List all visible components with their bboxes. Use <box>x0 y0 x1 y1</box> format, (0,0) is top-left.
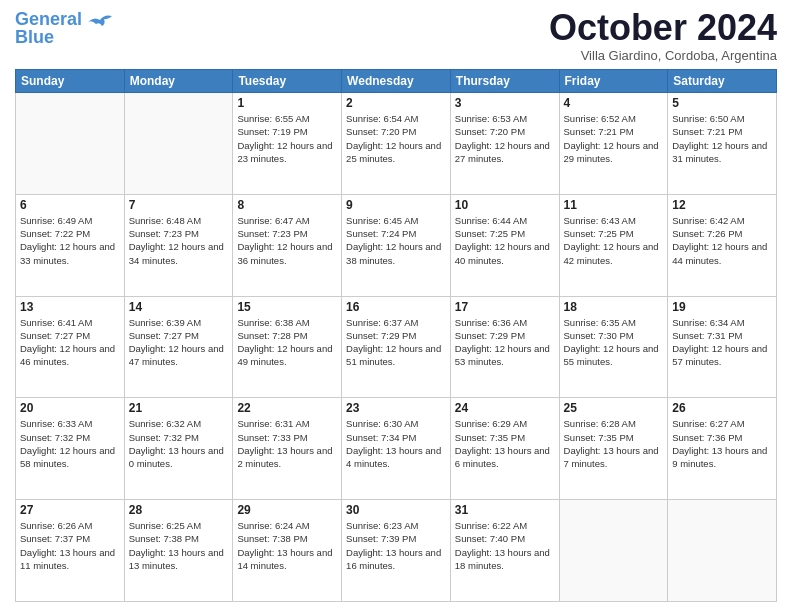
table-row: 19Sunrise: 6:34 AM Sunset: 7:31 PM Dayli… <box>668 296 777 398</box>
day-number: 27 <box>20 503 120 517</box>
day-number: 2 <box>346 96 446 110</box>
table-row: 22Sunrise: 6:31 AM Sunset: 7:33 PM Dayli… <box>233 398 342 500</box>
day-info: Sunrise: 6:23 AM Sunset: 7:39 PM Dayligh… <box>346 519 446 572</box>
col-saturday: Saturday <box>668 70 777 93</box>
table-row: 21Sunrise: 6:32 AM Sunset: 7:32 PM Dayli… <box>124 398 233 500</box>
day-info: Sunrise: 6:48 AM Sunset: 7:23 PM Dayligh… <box>129 214 229 267</box>
day-number: 17 <box>455 300 555 314</box>
logo: GeneralBlue <box>15 10 116 46</box>
table-row: 12Sunrise: 6:42 AM Sunset: 7:26 PM Dayli… <box>668 194 777 296</box>
day-number: 4 <box>564 96 664 110</box>
day-number: 23 <box>346 401 446 415</box>
day-info: Sunrise: 6:31 AM Sunset: 7:33 PM Dayligh… <box>237 417 337 470</box>
day-number: 12 <box>672 198 772 212</box>
table-row <box>16 93 125 195</box>
day-info: Sunrise: 6:33 AM Sunset: 7:32 PM Dayligh… <box>20 417 120 470</box>
day-number: 13 <box>20 300 120 314</box>
day-info: Sunrise: 6:53 AM Sunset: 7:20 PM Dayligh… <box>455 112 555 165</box>
day-number: 20 <box>20 401 120 415</box>
day-number: 28 <box>129 503 229 517</box>
table-row: 10Sunrise: 6:44 AM Sunset: 7:25 PM Dayli… <box>450 194 559 296</box>
day-info: Sunrise: 6:52 AM Sunset: 7:21 PM Dayligh… <box>564 112 664 165</box>
day-info: Sunrise: 6:49 AM Sunset: 7:22 PM Dayligh… <box>20 214 120 267</box>
table-row: 31Sunrise: 6:22 AM Sunset: 7:40 PM Dayli… <box>450 500 559 602</box>
day-number: 5 <box>672 96 772 110</box>
day-info: Sunrise: 6:29 AM Sunset: 7:35 PM Dayligh… <box>455 417 555 470</box>
day-info: Sunrise: 6:54 AM Sunset: 7:20 PM Dayligh… <box>346 112 446 165</box>
day-info: Sunrise: 6:55 AM Sunset: 7:19 PM Dayligh… <box>237 112 337 165</box>
day-number: 14 <box>129 300 229 314</box>
day-info: Sunrise: 6:41 AM Sunset: 7:27 PM Dayligh… <box>20 316 120 369</box>
table-row: 13Sunrise: 6:41 AM Sunset: 7:27 PM Dayli… <box>16 296 125 398</box>
header: GeneralBlue October 2024 Villa Giardino,… <box>15 10 777 63</box>
calendar-header-row: Sunday Monday Tuesday Wednesday Thursday… <box>16 70 777 93</box>
title-section: October 2024 Villa Giardino, Cordoba, Ar… <box>549 10 777 63</box>
day-info: Sunrise: 6:32 AM Sunset: 7:32 PM Dayligh… <box>129 417 229 470</box>
table-row: 16Sunrise: 6:37 AM Sunset: 7:29 PM Dayli… <box>342 296 451 398</box>
table-row: 30Sunrise: 6:23 AM Sunset: 7:39 PM Dayli… <box>342 500 451 602</box>
day-info: Sunrise: 6:28 AM Sunset: 7:35 PM Dayligh… <box>564 417 664 470</box>
calendar-week-row: 13Sunrise: 6:41 AM Sunset: 7:27 PM Dayli… <box>16 296 777 398</box>
col-tuesday: Tuesday <box>233 70 342 93</box>
col-thursday: Thursday <box>450 70 559 93</box>
day-info: Sunrise: 6:24 AM Sunset: 7:38 PM Dayligh… <box>237 519 337 572</box>
day-number: 19 <box>672 300 772 314</box>
table-row <box>124 93 233 195</box>
day-info: Sunrise: 6:43 AM Sunset: 7:25 PM Dayligh… <box>564 214 664 267</box>
day-number: 16 <box>346 300 446 314</box>
day-info: Sunrise: 6:38 AM Sunset: 7:28 PM Dayligh… <box>237 316 337 369</box>
day-number: 29 <box>237 503 337 517</box>
table-row: 23Sunrise: 6:30 AM Sunset: 7:34 PM Dayli… <box>342 398 451 500</box>
calendar-table: Sunday Monday Tuesday Wednesday Thursday… <box>15 69 777 602</box>
calendar-week-row: 27Sunrise: 6:26 AM Sunset: 7:37 PM Dayli… <box>16 500 777 602</box>
calendar-week-row: 6Sunrise: 6:49 AM Sunset: 7:22 PM Daylig… <box>16 194 777 296</box>
page: GeneralBlue October 2024 Villa Giardino,… <box>0 0 792 612</box>
table-row: 9Sunrise: 6:45 AM Sunset: 7:24 PM Daylig… <box>342 194 451 296</box>
table-row: 27Sunrise: 6:26 AM Sunset: 7:37 PM Dayli… <box>16 500 125 602</box>
day-number: 21 <box>129 401 229 415</box>
calendar-week-row: 20Sunrise: 6:33 AM Sunset: 7:32 PM Dayli… <box>16 398 777 500</box>
table-row: 20Sunrise: 6:33 AM Sunset: 7:32 PM Dayli… <box>16 398 125 500</box>
location: Villa Giardino, Cordoba, Argentina <box>549 48 777 63</box>
table-row: 25Sunrise: 6:28 AM Sunset: 7:35 PM Dayli… <box>559 398 668 500</box>
table-row: 4Sunrise: 6:52 AM Sunset: 7:21 PM Daylig… <box>559 93 668 195</box>
day-info: Sunrise: 6:34 AM Sunset: 7:31 PM Dayligh… <box>672 316 772 369</box>
table-row: 14Sunrise: 6:39 AM Sunset: 7:27 PM Dayli… <box>124 296 233 398</box>
day-info: Sunrise: 6:22 AM Sunset: 7:40 PM Dayligh… <box>455 519 555 572</box>
table-row: 6Sunrise: 6:49 AM Sunset: 7:22 PM Daylig… <box>16 194 125 296</box>
table-row: 7Sunrise: 6:48 AM Sunset: 7:23 PM Daylig… <box>124 194 233 296</box>
day-info: Sunrise: 6:27 AM Sunset: 7:36 PM Dayligh… <box>672 417 772 470</box>
calendar-week-row: 1Sunrise: 6:55 AM Sunset: 7:19 PM Daylig… <box>16 93 777 195</box>
day-number: 11 <box>564 198 664 212</box>
day-info: Sunrise: 6:39 AM Sunset: 7:27 PM Dayligh… <box>129 316 229 369</box>
day-number: 15 <box>237 300 337 314</box>
logo-text: GeneralBlue <box>15 10 82 46</box>
table-row: 8Sunrise: 6:47 AM Sunset: 7:23 PM Daylig… <box>233 194 342 296</box>
day-number: 24 <box>455 401 555 415</box>
day-info: Sunrise: 6:42 AM Sunset: 7:26 PM Dayligh… <box>672 214 772 267</box>
col-wednesday: Wednesday <box>342 70 451 93</box>
day-number: 9 <box>346 198 446 212</box>
day-number: 25 <box>564 401 664 415</box>
day-info: Sunrise: 6:30 AM Sunset: 7:34 PM Dayligh… <box>346 417 446 470</box>
day-info: Sunrise: 6:47 AM Sunset: 7:23 PM Dayligh… <box>237 214 337 267</box>
day-info: Sunrise: 6:45 AM Sunset: 7:24 PM Dayligh… <box>346 214 446 267</box>
col-friday: Friday <box>559 70 668 93</box>
table-row: 15Sunrise: 6:38 AM Sunset: 7:28 PM Dayli… <box>233 296 342 398</box>
day-info: Sunrise: 6:36 AM Sunset: 7:29 PM Dayligh… <box>455 316 555 369</box>
day-info: Sunrise: 6:44 AM Sunset: 7:25 PM Dayligh… <box>455 214 555 267</box>
month-title: October 2024 <box>549 10 777 46</box>
table-row <box>559 500 668 602</box>
table-row: 24Sunrise: 6:29 AM Sunset: 7:35 PM Dayli… <box>450 398 559 500</box>
day-number: 6 <box>20 198 120 212</box>
table-row: 11Sunrise: 6:43 AM Sunset: 7:25 PM Dayli… <box>559 194 668 296</box>
table-row: 28Sunrise: 6:25 AM Sunset: 7:38 PM Dayli… <box>124 500 233 602</box>
day-number: 26 <box>672 401 772 415</box>
day-number: 3 <box>455 96 555 110</box>
logo-bird-icon <box>84 12 116 36</box>
col-monday: Monday <box>124 70 233 93</box>
day-number: 8 <box>237 198 337 212</box>
day-number: 18 <box>564 300 664 314</box>
day-info: Sunrise: 6:26 AM Sunset: 7:37 PM Dayligh… <box>20 519 120 572</box>
day-info: Sunrise: 6:37 AM Sunset: 7:29 PM Dayligh… <box>346 316 446 369</box>
